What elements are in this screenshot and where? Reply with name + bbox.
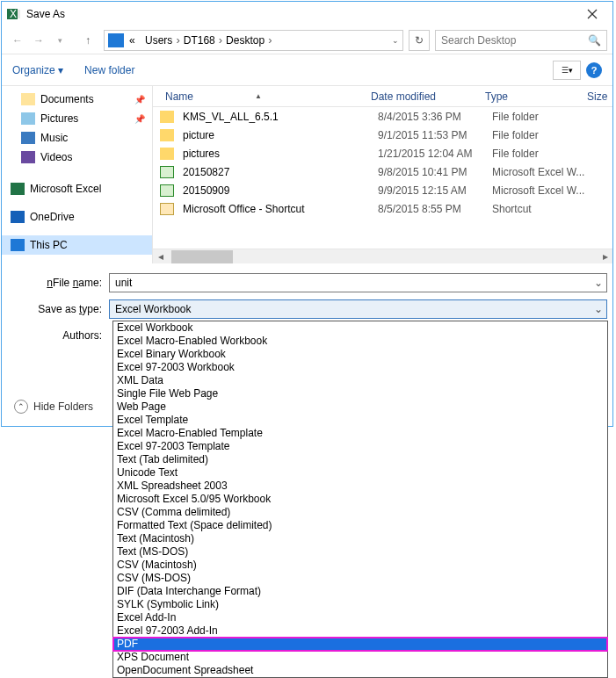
view-options-button[interactable]: ☰▾ (553, 61, 581, 80)
authors-label: Authors: (7, 329, 109, 342)
filetype-option[interactable]: Single File Web Page (113, 387, 607, 400)
hide-folders-button[interactable]: ⌃ Hide Folders (14, 400, 93, 414)
col-size[interactable]: Size (587, 90, 612, 103)
filetype-option[interactable]: XML Data (113, 374, 607, 387)
xl-icon (160, 166, 174, 178)
h-scrollbar[interactable]: ◂ ▸ (153, 249, 612, 263)
refresh-button[interactable]: ↻ (409, 30, 430, 51)
filetype-option[interactable]: Text (Macintosh) (113, 532, 607, 545)
nav-up[interactable]: ↑ (77, 30, 98, 51)
col-type[interactable]: Type (485, 90, 587, 103)
tree-label: Documents (40, 93, 94, 105)
doc-icon (21, 93, 35, 105)
filetype-option[interactable]: Excel 97-2003 Add-In (113, 624, 607, 638)
file-name: Microsoft Office - Shortcut (183, 203, 378, 215)
onedrive-icon (11, 211, 25, 223)
pic-icon (21, 112, 35, 125)
tree-item-videos[interactable]: Videos (2, 148, 152, 167)
nav-back[interactable]: ← (7, 30, 28, 51)
file-row[interactable]: pictures1/21/2015 12:04 AMFile folder (153, 144, 612, 162)
search-placeholder: Search Desktop (441, 34, 516, 47)
file-name: 20150909 (183, 184, 378, 197)
scroll-thumb[interactable] (171, 250, 233, 263)
filetype-option[interactable]: SYLK (Symbolic Link) (113, 598, 607, 611)
filetype-option[interactable]: OpenDocument Spreadsheet (113, 664, 607, 677)
scroll-left-icon[interactable]: ◂ (153, 249, 168, 264)
filetype-option[interactable]: CSV (MS-DOS) (113, 572, 607, 585)
chevron-icon (135, 34, 145, 47)
tree-item-microsoft-excel[interactable]: Microsoft Excel (2, 179, 152, 198)
file-name: KMS_VL_ALL_6.5.1 (183, 111, 378, 123)
file-type: Shortcut (492, 203, 594, 215)
crumb-dt168[interactable]: DT168 (184, 34, 215, 47)
filetype-option[interactable]: Excel 97-2003 Template (113, 440, 607, 453)
filetype-option[interactable]: XPS Document (113, 651, 607, 664)
filetype-option[interactable]: Formatted Text (Space delimited) (113, 519, 607, 532)
tree-label: This PC (30, 239, 68, 251)
filetype-option[interactable]: Text (MS-DOS) (113, 545, 607, 559)
filetype-option[interactable]: Web Page (113, 400, 607, 414)
filename-input[interactable]: unit⌄ (109, 273, 607, 292)
filetype-dropdown[interactable]: Excel WorkbookExcel Macro-Enabled Workbo… (112, 321, 608, 678)
file-row[interactable]: picture9/1/2015 11:53 PMFile folder (153, 126, 612, 144)
window-title: Save As (26, 8, 572, 20)
help-button[interactable]: ? (586, 62, 602, 78)
filetype-option[interactable]: CSV (Macintosh) (113, 559, 607, 572)
folder-icon (160, 111, 174, 123)
address-bar[interactable]: « Users DT168 Desktop ⌄ (104, 30, 403, 51)
filetype-option[interactable]: XML Spreadsheet 2003 (113, 480, 607, 493)
folder-icon (160, 148, 174, 160)
nav-forward[interactable]: → (28, 30, 49, 51)
nav-recent[interactable]: ▾ (49, 30, 70, 51)
file-row[interactable]: Microsoft Office - Shortcut8/5/2015 8:55… (153, 199, 612, 218)
tree-label: Music (40, 132, 68, 144)
organize-menu[interactable]: Organize ▾ (12, 64, 63, 76)
filetype-option[interactable]: Excel 97-2003 Workbook (113, 361, 607, 374)
filetype-option[interactable]: Excel Add-In (113, 611, 607, 624)
close-button[interactable] (572, 2, 612, 26)
dropdown-icon[interactable]: ⌄ (594, 277, 603, 289)
filetype-option[interactable]: Excel Template (113, 414, 607, 427)
file-name: picture (183, 129, 378, 141)
tree-label: OneDrive (30, 211, 75, 223)
filetype-option[interactable]: Excel Macro-Enabled Template (113, 427, 607, 440)
filetype-option[interactable]: PDF (113, 638, 607, 651)
breadcrumb-prefix: « (129, 34, 135, 47)
tree-item-pictures[interactable]: Pictures📌 (2, 109, 152, 128)
filetype-option[interactable]: Text (Tab delimited) (113, 453, 607, 466)
file-date: 9/9/2015 12:15 AM (378, 184, 492, 197)
tree-item-documents[interactable]: Documents📌 (2, 90, 152, 109)
filetype-option[interactable]: CSV (Comma delimited) (113, 506, 607, 519)
filetype-option[interactable]: Microsoft Excel 5.0/95 Workbook (113, 493, 607, 506)
tree-item-music[interactable]: Music (2, 128, 152, 148)
saveas-type-input[interactable]: Excel Workbook⌄ (109, 299, 607, 319)
search-input[interactable]: Search Desktop 🔍 (435, 30, 607, 51)
main-pane: Documents📌Pictures📌MusicVideosMicrosoft … (2, 86, 612, 263)
scroll-right-icon[interactable]: ▸ (598, 249, 612, 264)
tree-label: Videos (40, 151, 72, 163)
col-date[interactable]: Date modified (371, 90, 485, 103)
pin-icon: 📌 (134, 114, 145, 124)
file-row[interactable]: 201508279/8/2015 10:41 PMMicrosoft Excel… (153, 162, 612, 181)
filetype-option[interactable]: Unicode Text (113, 466, 607, 480)
chevron-icon (265, 33, 275, 47)
file-rows: KMS_VL_ALL_6.5.18/4/2015 3:36 PMFile fol… (153, 107, 612, 249)
file-row[interactable]: 201509099/9/2015 12:15 AMMicrosoft Excel… (153, 181, 612, 199)
file-row[interactable]: KMS_VL_ALL_6.5.18/4/2015 3:36 PMFile fol… (153, 107, 612, 126)
file-type: File folder (492, 129, 594, 141)
filetype-option[interactable]: DIF (Data Interchange Format) (113, 585, 607, 598)
tree-item-this-pc[interactable]: This PC (2, 235, 152, 255)
dropdown-icon[interactable]: ⌄ (594, 303, 603, 315)
filetype-option[interactable]: Excel Macro-Enabled Workbook (113, 335, 607, 348)
file-list: Name▲ Date modified Type Size KMS_VL_ALL… (153, 86, 612, 263)
tree-item-onedrive[interactable]: OneDrive (2, 207, 152, 227)
new-folder-button[interactable]: New folder (84, 64, 134, 76)
col-name[interactable]: Name▲ (153, 90, 371, 103)
crumb-desktop[interactable]: Desktop (226, 34, 265, 47)
sort-arrow-icon: ▲ (255, 92, 262, 100)
crumb-users[interactable]: Users (145, 34, 172, 47)
address-dropdown-icon[interactable]: ⌄ (392, 36, 399, 45)
filetype-option[interactable]: Excel Workbook (113, 321, 607, 335)
filetype-option[interactable]: Excel Binary Workbook (113, 348, 607, 361)
tree-label: Pictures (40, 112, 78, 125)
